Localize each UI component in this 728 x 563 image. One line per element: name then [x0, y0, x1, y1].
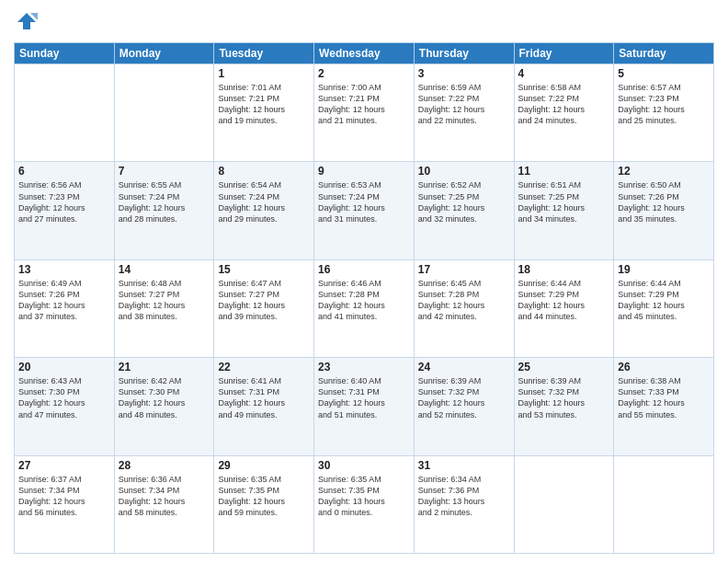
day-number: 21: [119, 361, 210, 373]
calendar-cell: 1Sunrise: 7:01 AM Sunset: 7:21 PM Daylig…: [214, 64, 314, 162]
calendar-cell: 5Sunrise: 6:57 AM Sunset: 7:23 PM Daylig…: [614, 64, 714, 162]
calendar-week-row: 20Sunrise: 6:43 AM Sunset: 7:30 PM Dayli…: [15, 358, 714, 455]
calendar-week-row: 27Sunrise: 6:37 AM Sunset: 7:34 PM Dayli…: [15, 455, 714, 553]
day-number: 27: [18, 459, 110, 472]
day-number: 15: [218, 263, 310, 276]
calendar-week-row: 1Sunrise: 7:01 AM Sunset: 7:21 PM Daylig…: [15, 64, 714, 162]
day-number: 26: [618, 361, 710, 373]
calendar-cell: 16Sunrise: 6:46 AM Sunset: 7:28 PM Dayli…: [314, 259, 415, 357]
cell-info: Sunrise: 6:36 AM Sunset: 7:34 PM Dayligh…: [119, 474, 210, 519]
calendar-week-row: 6Sunrise: 6:56 AM Sunset: 7:23 PM Daylig…: [15, 162, 714, 259]
day-number: 25: [518, 361, 610, 373]
calendar-cell: 7Sunrise: 6:55 AM Sunset: 7:24 PM Daylig…: [114, 162, 214, 259]
weekday-header: Friday: [514, 43, 614, 64]
logo: [14, 9, 43, 35]
calendar-cell: [614, 455, 714, 553]
weekday-header: Saturday: [614, 43, 714, 64]
calendar-cell: 4Sunrise: 6:58 AM Sunset: 7:22 PM Daylig…: [514, 64, 614, 162]
cell-info: Sunrise: 6:48 AM Sunset: 7:27 PM Dayligh…: [119, 278, 210, 323]
calendar-cell: [514, 455, 614, 553]
cell-info: Sunrise: 6:35 AM Sunset: 7:35 PM Dayligh…: [218, 474, 310, 519]
day-number: 5: [618, 67, 710, 80]
cell-info: Sunrise: 6:57 AM Sunset: 7:23 PM Dayligh…: [618, 82, 710, 127]
cell-info: Sunrise: 6:53 AM Sunset: 7:24 PM Dayligh…: [318, 179, 410, 224]
calendar-cell: 8Sunrise: 6:54 AM Sunset: 7:24 PM Daylig…: [214, 162, 314, 259]
day-number: 6: [18, 165, 110, 178]
day-number: 8: [218, 165, 310, 178]
weekday-header: Monday: [114, 43, 214, 64]
cell-info: Sunrise: 6:40 AM Sunset: 7:31 PM Dayligh…: [318, 375, 410, 420]
calendar-cell: [114, 64, 214, 162]
calendar-cell: 21Sunrise: 6:42 AM Sunset: 7:30 PM Dayli…: [114, 358, 214, 455]
calendar-cell: 22Sunrise: 6:41 AM Sunset: 7:31 PM Dayli…: [214, 358, 314, 455]
calendar-cell: 15Sunrise: 6:47 AM Sunset: 7:27 PM Dayli…: [214, 259, 314, 357]
calendar-cell: 3Sunrise: 6:59 AM Sunset: 7:22 PM Daylig…: [414, 64, 514, 162]
cell-info: Sunrise: 6:44 AM Sunset: 7:29 PM Dayligh…: [618, 278, 710, 323]
calendar-cell: 26Sunrise: 6:38 AM Sunset: 7:33 PM Dayli…: [614, 358, 714, 455]
calendar-week-row: 13Sunrise: 6:49 AM Sunset: 7:26 PM Dayli…: [15, 259, 714, 357]
weekday-header: Thursday: [414, 43, 514, 64]
day-number: 12: [618, 165, 710, 178]
cell-info: Sunrise: 6:46 AM Sunset: 7:28 PM Dayligh…: [318, 278, 410, 323]
day-number: 13: [18, 263, 110, 276]
calendar-cell: 23Sunrise: 6:40 AM Sunset: 7:31 PM Dayli…: [314, 358, 415, 455]
cell-info: Sunrise: 6:54 AM Sunset: 7:24 PM Dayligh…: [218, 179, 310, 224]
day-number: 20: [18, 361, 110, 373]
cell-info: Sunrise: 6:55 AM Sunset: 7:24 PM Dayligh…: [119, 179, 210, 224]
calendar-cell: 17Sunrise: 6:45 AM Sunset: 7:28 PM Dayli…: [414, 259, 514, 357]
calendar-cell: 31Sunrise: 6:34 AM Sunset: 7:36 PM Dayli…: [414, 455, 514, 553]
page: SundayMondayTuesdayWednesdayThursdayFrid…: [0, 0, 728, 563]
calendar-cell: 20Sunrise: 6:43 AM Sunset: 7:30 PM Dayli…: [15, 358, 115, 455]
logo-icon: [14, 9, 40, 35]
cell-info: Sunrise: 6:59 AM Sunset: 7:22 PM Dayligh…: [418, 82, 510, 127]
cell-info: Sunrise: 6:35 AM Sunset: 7:35 PM Dayligh…: [318, 474, 410, 519]
cell-info: Sunrise: 6:49 AM Sunset: 7:26 PM Dayligh…: [18, 278, 110, 323]
cell-info: Sunrise: 6:58 AM Sunset: 7:22 PM Dayligh…: [518, 82, 610, 127]
cell-info: Sunrise: 7:00 AM Sunset: 7:21 PM Dayligh…: [318, 82, 410, 127]
calendar-cell: 19Sunrise: 6:44 AM Sunset: 7:29 PM Dayli…: [614, 259, 714, 357]
cell-info: Sunrise: 6:41 AM Sunset: 7:31 PM Dayligh…: [218, 375, 310, 420]
day-number: 31: [418, 459, 510, 472]
cell-info: Sunrise: 6:50 AM Sunset: 7:26 PM Dayligh…: [618, 179, 710, 224]
cell-info: Sunrise: 6:56 AM Sunset: 7:23 PM Dayligh…: [18, 179, 110, 224]
cell-info: Sunrise: 6:39 AM Sunset: 7:32 PM Dayligh…: [518, 375, 610, 420]
calendar-cell: 12Sunrise: 6:50 AM Sunset: 7:26 PM Dayli…: [614, 162, 714, 259]
calendar-cell: 28Sunrise: 6:36 AM Sunset: 7:34 PM Dayli…: [114, 455, 214, 553]
day-number: 29: [218, 459, 310, 472]
cell-info: Sunrise: 6:45 AM Sunset: 7:28 PM Dayligh…: [418, 278, 510, 323]
weekday-header: Sunday: [15, 43, 115, 64]
calendar-cell: 29Sunrise: 6:35 AM Sunset: 7:35 PM Dayli…: [214, 455, 314, 553]
calendar-cell: 11Sunrise: 6:51 AM Sunset: 7:25 PM Dayli…: [514, 162, 614, 259]
calendar-cell: 18Sunrise: 6:44 AM Sunset: 7:29 PM Dayli…: [514, 259, 614, 357]
cell-info: Sunrise: 6:51 AM Sunset: 7:25 PM Dayligh…: [518, 179, 610, 224]
day-number: 2: [318, 67, 410, 80]
calendar-cell: 6Sunrise: 6:56 AM Sunset: 7:23 PM Daylig…: [15, 162, 115, 259]
cell-info: Sunrise: 6:39 AM Sunset: 7:32 PM Dayligh…: [418, 375, 510, 420]
calendar-cell: [15, 64, 115, 162]
day-number: 10: [418, 165, 510, 178]
calendar-cell: 13Sunrise: 6:49 AM Sunset: 7:26 PM Dayli…: [15, 259, 115, 357]
cell-info: Sunrise: 6:34 AM Sunset: 7:36 PM Dayligh…: [418, 474, 510, 519]
header-row: SundayMondayTuesdayWednesdayThursdayFrid…: [15, 43, 714, 64]
calendar-cell: 9Sunrise: 6:53 AM Sunset: 7:24 PM Daylig…: [314, 162, 415, 259]
cell-info: Sunrise: 6:52 AM Sunset: 7:25 PM Dayligh…: [418, 179, 510, 224]
day-number: 4: [518, 67, 610, 80]
day-number: 28: [119, 459, 210, 472]
cell-info: Sunrise: 6:37 AM Sunset: 7:34 PM Dayligh…: [18, 474, 110, 519]
weekday-header: Tuesday: [214, 43, 314, 64]
day-number: 30: [318, 459, 410, 472]
weekday-header: Wednesday: [314, 43, 415, 64]
cell-info: Sunrise: 6:44 AM Sunset: 7:29 PM Dayligh…: [518, 278, 610, 323]
day-number: 1: [218, 67, 310, 80]
day-number: 22: [218, 361, 310, 373]
day-number: 3: [418, 67, 510, 80]
calendar-cell: 30Sunrise: 6:35 AM Sunset: 7:35 PM Dayli…: [314, 455, 415, 553]
cell-info: Sunrise: 6:43 AM Sunset: 7:30 PM Dayligh…: [18, 375, 110, 420]
calendar-cell: 27Sunrise: 6:37 AM Sunset: 7:34 PM Dayli…: [15, 455, 115, 553]
day-number: 16: [318, 263, 410, 276]
cell-info: Sunrise: 7:01 AM Sunset: 7:21 PM Dayligh…: [218, 82, 310, 127]
cell-info: Sunrise: 6:38 AM Sunset: 7:33 PM Dayligh…: [618, 375, 710, 420]
cell-info: Sunrise: 6:42 AM Sunset: 7:30 PM Dayligh…: [119, 375, 210, 420]
day-number: 17: [418, 263, 510, 276]
day-number: 7: [119, 165, 210, 178]
